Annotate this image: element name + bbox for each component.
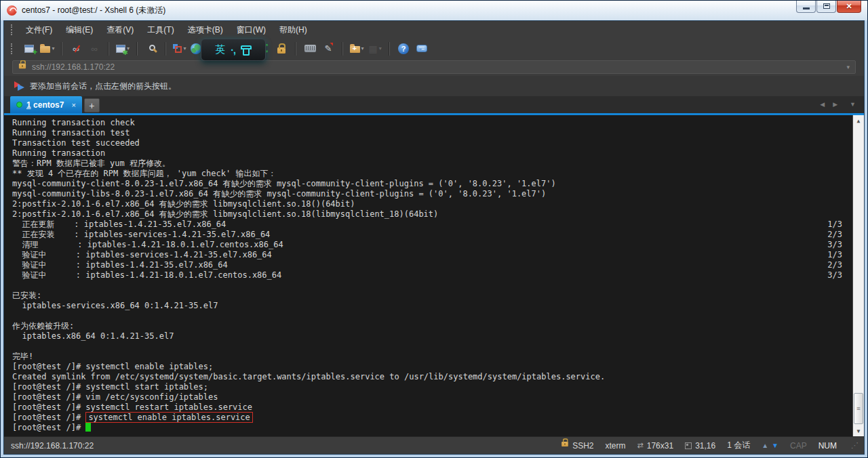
ime-language-indicator[interactable]: 英 [215,43,225,56]
terminal-line: 清理 : iptables-1.4.21-18.0.1.el7.centos.x… [12,240,864,250]
toolbar-drag-handle[interactable] [11,43,13,54]
dropdown-caret-icon[interactable]: ▾ [52,45,54,51]
highlighter-pen-button[interactable] [320,41,336,57]
minimize-button[interactable] [796,0,816,13]
feedback-chat-button[interactable] [414,41,430,57]
protocol-label: SSH2 [572,441,593,451]
resize-grip-icon[interactable]: ⋰ [851,441,859,450]
progress-fraction: 3/3 [827,270,842,280]
terminal-text: [root@test /]# vim /etc/sysconfig/iptabl… [12,392,218,402]
scrollbar-thumb[interactable]: ≡ [854,393,863,424]
help-button[interactable] [395,41,412,57]
menu-item[interactable]: 文件(F) [19,22,59,39]
open-folder-button[interactable]: ▾ [39,41,56,57]
dropdown-caret-icon[interactable]: ▾ [379,45,382,51]
terminal-output: Running transaction checkRunning transac… [12,118,864,433]
tab-bar: 1 centos7 × + ◀ ▶ ▼ [4,96,864,113]
terminal-line [12,341,864,352]
dropdown-caret-icon[interactable]: ▾ [183,45,186,51]
terminal-line: 验证中 : iptables-1.4.21-18.0.1.el7.centos.… [12,270,864,280]
transfer-arrows: ▲ ▼ [762,442,778,449]
restore-button[interactable] [816,0,836,13]
open-folder-icon [40,46,50,53]
terminal-text: 警告：RPM 数据库已被非 yum 程序修改。 [12,159,170,168]
terminal-text: 2:postfix-2.10.1-6.el7.x86_64 有缺少的需求 lib… [12,209,438,219]
cursor-position-icon [685,442,692,449]
terminal-text: 清理 : iptables-1.4.21-18.0.1.el7.centos.x… [12,240,283,249]
close-button[interactable]: ✕ [837,0,861,13]
ime-punctuation-indicator[interactable]: ·, [231,45,235,56]
ime-skin-icon[interactable] [241,45,252,49]
terminal[interactable]: Running transaction checkRunning transac… [4,115,864,436]
terminal-text: mysql-community-libs-8.0.23-1.el7.x86_64… [12,189,546,199]
address-dropdown-icon[interactable]: ▾ [846,64,850,70]
xshell-logo-icon [7,5,17,16]
address-bar: ssh://192.168.1.170:22 ▾ [4,58,864,76]
disconnect-button[interactable] [68,41,84,57]
terminal-line: [root@test /]# [12,423,864,433]
terminal-line: 正在更新 : iptables-1.4.21-35.el7.x86_641/3 [12,220,864,230]
cursor-position-value: 31,16 [695,441,715,451]
terminal-scrollbar[interactable]: ▲ ≡ ▼ [852,115,864,436]
terminal-line: iptables.x86_64 0:1.4.21-35.el7 [12,331,864,341]
ssh-lock-icon [561,441,568,446]
toolbar-separator [136,42,138,56]
tab-label: centos7 [33,100,64,110]
lock-button[interactable] [273,41,290,57]
toolbar-separator [342,42,343,56]
terminal-text: 2:postfix-2.10.1-6.el7.x86_64 有缺少的需求 lib… [12,199,355,209]
upload-arrow-icon[interactable]: ▲ [762,442,768,449]
session-properties-button[interactable]: ▾ [115,41,131,57]
toolbar-separator [108,42,109,56]
tab-close-icon[interactable]: × [71,101,75,109]
menu-item[interactable]: 编辑(E) [59,22,100,39]
terminal-line: 2:postfix-2.10.1-6.el7.x86_64 有缺少的需求 lib… [12,209,864,220]
find-button[interactable] [143,41,159,57]
terminal-text: mysql-community-client-8.0.23-1.el7.x86_… [12,179,556,188]
window-controls: ✕ [796,0,861,13]
download-arrow-icon[interactable]: ▼ [772,442,778,449]
menu-item[interactable]: 查看(V) [100,22,140,39]
menu-item[interactable]: 窗口(W) [230,22,273,39]
lock-icon [277,47,285,54]
new-file-transfer-button[interactable]: ▾ [349,41,365,57]
terminal-line: 完毕! [12,352,864,362]
web-globe-icon [191,43,201,54]
menu-item[interactable]: 工具(T) [140,22,180,39]
reconnect-button[interactable] [86,41,102,57]
ime-status-popup[interactable]: 英 ·, [201,39,266,61]
terminal-text: iptables-services.x86_64 0:1.4.21-35.el7 [12,301,218,310]
new-session-button[interactable] [21,41,37,57]
find-icon [149,45,155,51]
compose-layout-button[interactable]: ▾ [172,41,188,57]
close-icon: ✕ [846,2,852,11]
tab-centos7[interactable]: 1 centos7 × [10,96,82,113]
terminal-line: Created symlink from /etc/systemd/system… [12,372,864,382]
dropdown-caret-icon[interactable]: ▾ [361,45,364,51]
tab-index: 1 [26,100,31,110]
scroll-up-icon[interactable]: ▲ [853,115,864,126]
caps-lock-indicator: CAP [790,441,807,451]
status-session-count[interactable]: 1 会话 [727,440,750,451]
num-lock-indicator: NUM [818,441,837,451]
toolbar-drag-handle[interactable] [11,24,13,35]
app-window: 文件(F)编辑(E)查看(V)工具(T)选项卡(B)窗口(W)帮助(H) ▾▾▾… [3,20,865,455]
menu-item[interactable]: 帮助(H) [273,22,314,39]
session-properties-icon [116,45,125,53]
title-bar[interactable]: centos7 - root@test:/ - Xshell 6 (未激活) [1,1,867,20]
virtual-keyboard-button[interactable] [302,41,318,57]
progress-fraction: 1/3 [827,250,842,260]
tab-list-dropdown-icon[interactable]: ▼ [850,101,856,108]
terminal-text: Created symlink from /etc/systemd/system… [12,372,605,381]
tile-windows-button[interactable]: ▾ [367,41,383,57]
tab-scroll-left-icon[interactable]: ◀ [820,101,825,108]
address-field[interactable]: ssh://192.168.1.170:22 ▾ [12,60,856,74]
restore-icon [823,3,830,9]
status-terminal-type[interactable]: xterm [606,441,626,451]
session-url[interactable]: ssh://192.168.1.170:22 [32,62,841,72]
new-tab-button[interactable]: + [84,98,100,112]
tab-scroll-right-icon[interactable]: ▶ [833,101,837,108]
toolbar-separator [61,42,62,56]
menu-item[interactable]: 选项卡(B) [181,22,230,39]
scroll-down-icon[interactable]: ▼ [853,425,864,436]
